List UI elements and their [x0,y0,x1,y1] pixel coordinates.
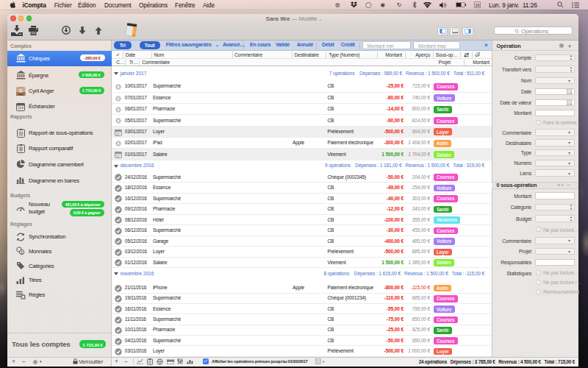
svg-text:16: 16 [475,3,479,7]
svg-text:$: $ [21,250,23,255]
